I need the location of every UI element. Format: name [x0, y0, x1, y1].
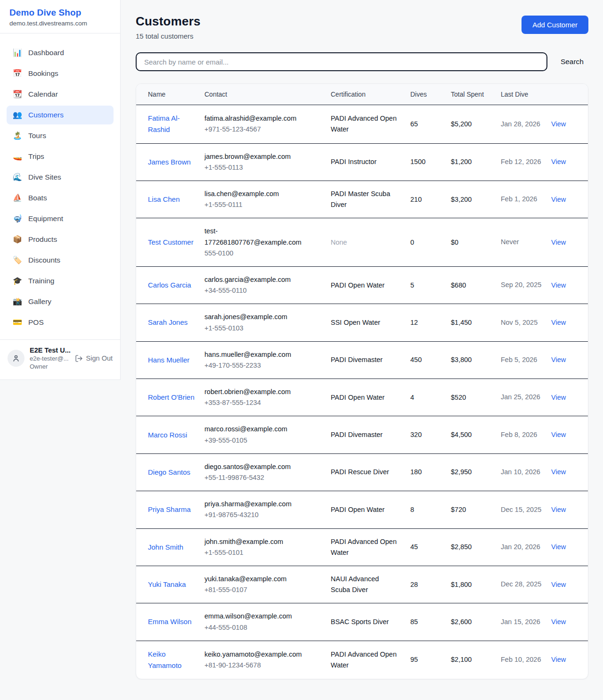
customer-name-link[interactable]: John Smith: [148, 543, 183, 551]
customer-phone: +1-555-0113: [204, 162, 323, 173]
customer-certification: PADI Advanced Open Water: [331, 641, 410, 679]
col-header-dives: Dives: [410, 84, 451, 105]
view-customer-link[interactable]: View: [551, 196, 566, 203]
customer-name-link[interactable]: Hans Mueller: [148, 356, 189, 364]
col-header-contact: Contact: [204, 84, 331, 105]
customer-name-link[interactable]: Sarah Jones: [148, 318, 187, 326]
view-customer-link[interactable]: View: [551, 618, 566, 626]
col-header-certification: Certification: [331, 84, 410, 105]
customer-certification: PADI Divemaster: [331, 341, 410, 379]
sidebar-item-gallery[interactable]: 📸 Gallery: [7, 292, 114, 311]
view-customer-link[interactable]: View: [551, 506, 566, 513]
customer-dives: 450: [410, 341, 451, 379]
table-row: Fatima Al-Rashid fatima.alrashid@example…: [136, 105, 588, 143]
view-customer-link[interactable]: View: [551, 158, 566, 165]
customer-name-link[interactable]: Lisa Chen: [148, 195, 180, 203]
brand-block: Demo Dive Shop demo.test.divestreams.com: [0, 0, 120, 33]
view-customer-link[interactable]: View: [551, 468, 566, 476]
col-header-last-dive: Last Dive: [501, 84, 551, 105]
table-row: Priya Sharma priya.sharma@example.com +9…: [136, 491, 588, 528]
customer-name-link[interactable]: Robert O'Brien: [148, 393, 195, 401]
user-box: E2E Test U... e2e-tester@... Owner Sign …: [0, 339, 120, 379]
add-customer-button[interactable]: Add Customer: [522, 16, 588, 34]
customer-name-link[interactable]: Test Customer: [148, 238, 194, 246]
customer-total-spent: $5,200: [451, 105, 501, 143]
customer-name-link[interactable]: Keiko Yamamoto: [148, 650, 181, 669]
sign-out-button[interactable]: Sign Out: [75, 354, 113, 362]
shop-domain: demo.test.divestreams.com: [9, 20, 111, 27]
sidebar-item-discounts[interactable]: 🏷️ Discounts: [7, 251, 114, 270]
sidebar-item-training[interactable]: 🎓 Training: [7, 272, 114, 290]
sidebar-item-bookings[interactable]: 📅 Bookings: [7, 64, 114, 83]
customer-dives: 12: [410, 304, 451, 341]
view-customer-link[interactable]: View: [551, 356, 566, 363]
sidebar-item-dashboard[interactable]: 📊 Dashboard: [7, 43, 114, 62]
view-customer-link[interactable]: View: [551, 656, 566, 663]
camera-icon: 📸: [12, 298, 23, 305]
customer-last-dive: Sep 20, 2025: [501, 266, 551, 304]
sidebar-item-products[interactable]: 📦 Products: [7, 230, 114, 249]
shop-name-link[interactable]: Demo Dive Shop: [9, 8, 111, 18]
customer-name-link[interactable]: Emma Wilson: [148, 618, 192, 626]
view-customer-link[interactable]: View: [551, 431, 566, 438]
customer-name-link[interactable]: Yuki Tanaka: [148, 580, 186, 588]
customer-email: priya.sharma@example.com: [204, 499, 306, 510]
table-header-row: Name Contact Certification Dives Total S…: [136, 84, 588, 105]
table-row: Carlos Garcia carlos.garcia@example.com …: [136, 266, 588, 304]
view-customer-link[interactable]: View: [551, 281, 566, 289]
sidebar-item-calendar[interactable]: 📆 Calendar: [7, 85, 114, 104]
sidebar-item-pos[interactable]: 💳 POS: [7, 313, 114, 332]
table-row: Lisa Chen lisa.chen@example.com +1-555-0…: [136, 181, 588, 218]
customer-certification: PADI Rescue Diver: [331, 453, 410, 491]
sidebar-item-equipment[interactable]: 🤿 Equipment: [7, 209, 114, 228]
view-customer-link[interactable]: View: [551, 319, 566, 326]
search-button[interactable]: Search: [556, 58, 588, 66]
island-icon: 🏝️: [12, 132, 23, 140]
customer-total-spent: $680: [451, 266, 501, 304]
customer-email: test-1772681807767@example.com: [204, 226, 306, 247]
sidebar-item-customers[interactable]: 👥 Customers: [7, 106, 114, 124]
customer-certification: PADI Divemaster: [331, 416, 410, 453]
customer-name-link[interactable]: Carlos Garcia: [148, 281, 191, 289]
customer-name-link[interactable]: Fatima Al-Rashid: [148, 114, 180, 133]
view-customer-link[interactable]: View: [551, 581, 566, 588]
customer-dives: 0: [410, 218, 451, 267]
customer-last-dive: Dec 28, 2025: [501, 566, 551, 603]
view-customer-link[interactable]: View: [551, 394, 566, 401]
customer-total-spent: $1,200: [451, 143, 501, 181]
table-row: James Brown james.brown@example.com +1-5…: [136, 143, 588, 181]
view-customer-link[interactable]: View: [551, 239, 566, 246]
customer-name-link[interactable]: Priya Sharma: [148, 505, 191, 513]
customer-email: hans.mueller@example.com: [204, 349, 306, 360]
customer-last-dive: Nov 5, 2025: [501, 304, 551, 341]
customer-phone: +1-555-0111: [204, 199, 323, 210]
customer-name-link[interactable]: Diego Santos: [148, 468, 190, 476]
customer-email: keiko.yamamoto@example.com: [204, 649, 306, 660]
view-customer-link[interactable]: View: [551, 120, 566, 128]
customer-email: yuki.tanaka@example.com: [204, 574, 306, 585]
customer-certification: PADI Open Water: [331, 266, 410, 304]
customer-last-dive: Never: [501, 218, 551, 267]
customer-name-link[interactable]: Marco Rossi: [148, 431, 187, 439]
sidebar-item-dive-sites[interactable]: 🌊 Dive Sites: [7, 168, 114, 187]
customer-certification: PADI Advanced Open Water: [331, 528, 410, 566]
customer-phone: +49-170-555-2233: [204, 360, 323, 371]
search-input[interactable]: [136, 52, 547, 71]
customer-email: james.brown@example.com: [204, 151, 306, 162]
sidebar-item-boats[interactable]: ⛵ Boats: [7, 189, 114, 207]
customer-certification: None: [331, 218, 410, 267]
customer-total-spent: $1,800: [451, 566, 501, 603]
sidebar-item-trips[interactable]: 🚤 Trips: [7, 147, 114, 166]
app-root: Demo Dive Shop demo.test.divestreams.com…: [0, 0, 603, 700]
customer-total-spent: $2,850: [451, 528, 501, 566]
customer-name-link[interactable]: James Brown: [148, 158, 191, 166]
user-name: E2E Test U...: [30, 346, 70, 354]
view-customer-link[interactable]: View: [551, 543, 566, 551]
customer-email: robert.obrien@example.com: [204, 387, 306, 397]
customer-total-spent: $720: [451, 491, 501, 528]
customer-phone: +1-555-0103: [204, 323, 323, 334]
customer-dives: 85: [410, 603, 451, 641]
bar-chart-icon: 📊: [12, 49, 23, 57]
sidebar-item-tours[interactable]: 🏝️ Tours: [7, 126, 114, 145]
customer-certification: PADI Master Scuba Diver: [331, 181, 410, 218]
